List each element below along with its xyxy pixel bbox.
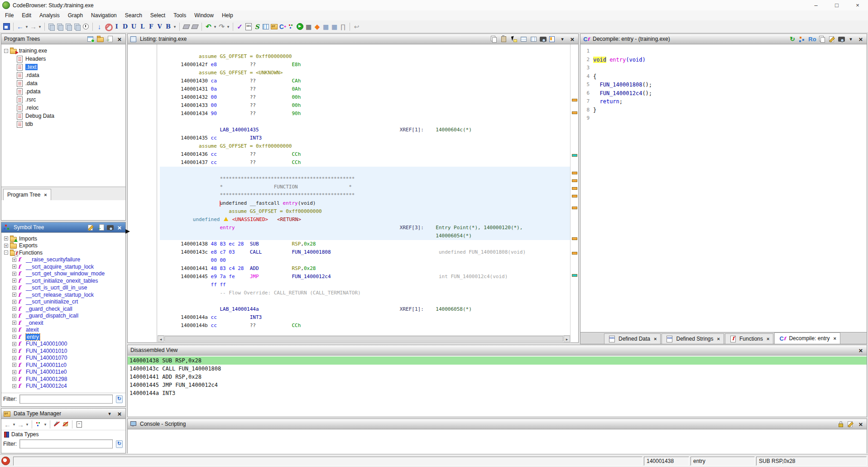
program-tree-tab[interactable]: Program Tree × (3, 189, 51, 200)
edit-icon[interactable] (847, 420, 855, 428)
close-icon[interactable] (115, 224, 124, 231)
tab-functions[interactable]: Functions× (725, 333, 773, 344)
decompile-line[interactable]: 7 return; (580, 97, 867, 106)
font-style-U-button[interactable]: U (130, 23, 138, 31)
listing-line[interactable]: 140001434 90 ?? 90h (160, 110, 570, 118)
decompile-line[interactable]: 9 (580, 114, 867, 123)
undo-icon[interactable]: ↶ (205, 23, 212, 31)
diff-icon[interactable] (520, 35, 528, 43)
function-item[interactable]: +fFUN_1400011e0 (4, 369, 125, 376)
function-item[interactable]: +f__raise_securityfailure (4, 256, 125, 264)
dropdown-icon[interactable]: ▾ (226, 23, 230, 31)
tree-item[interactable]: Debug Data (4, 112, 125, 120)
listing-line[interactable] (160, 44, 570, 53)
caret-icon[interactable]: ▾ (25, 420, 29, 428)
redo-icon[interactable]: ↷ (218, 23, 225, 31)
symbol-folder[interactable]: +Exports (4, 242, 125, 250)
expand-icon[interactable]: + (12, 335, 16, 339)
console-header[interactable]: Console - Scripting (128, 419, 867, 429)
film-icon[interactable]: ▦ (305, 23, 312, 31)
listing-header[interactable]: Listing: training.exe (128, 34, 578, 44)
tree-item[interactable]: .rdata (4, 71, 125, 79)
expand-icon[interactable]: + (12, 279, 16, 283)
function-item[interactable]: +fFUN_140001010 (4, 347, 125, 355)
penslash-icon[interactable] (53, 420, 61, 428)
tree-item[interactable]: tdb (4, 120, 125, 128)
eraser-icon[interactable] (182, 23, 190, 31)
listing-horizontal-scrollbar[interactable]: ◂ ▸ (158, 335, 570, 342)
listing-line[interactable]: undefined <UNASSIGNED> <RETURN> (160, 216, 570, 224)
listing-line[interactable]: ****************************************… (160, 175, 570, 183)
symbol-folder[interactable]: -fFunctions (4, 249, 125, 256)
close-icon[interactable] (115, 35, 124, 43)
function-item[interactable]: +f__scrt_initialize_onexit_tables (4, 277, 125, 284)
listing-line[interactable]: 00 00 (160, 256, 570, 265)
listing-line[interactable]: assume GS_OFFSET = 0xff00000000 (160, 207, 570, 216)
import-icon[interactable] (97, 224, 105, 231)
dropdown-icon[interactable] (558, 35, 566, 43)
function-item[interactable]: +f_guard_check_icall (4, 305, 125, 313)
play-icon[interactable] (296, 23, 304, 31)
menu-analysis[interactable]: Analysis (35, 11, 64, 20)
listing-line[interactable] (160, 118, 570, 126)
function-item[interactable]: +fatexit (4, 327, 125, 334)
listing-line[interactable]: ****************************************… (160, 191, 570, 199)
font-style-V-button[interactable]: V (156, 23, 163, 31)
return-icon[interactable]: ↩ (353, 23, 360, 31)
data-type-manager-header[interactable]: Data Type Manager (1, 409, 125, 419)
handslash-icon[interactable] (62, 420, 69, 428)
overview-mark[interactable] (572, 154, 577, 157)
close-icon[interactable]: × (44, 192, 47, 197)
listing-line[interactable]: -- Flow Override: CALL_RETURN (CALL_TERM… (160, 289, 570, 297)
disasm-line[interactable]: 140001441 ADD RSP,0x28 (128, 373, 867, 381)
cpp-icon[interactable]: C (279, 23, 287, 31)
tree-item[interactable]: .pdata (4, 87, 125, 96)
ro-icon[interactable]: Ro (808, 35, 816, 43)
close-icon[interactable]: × (717, 336, 720, 342)
pages-icon[interactable] (56, 23, 64, 31)
close-icon[interactable] (857, 35, 865, 43)
listing-line[interactable]: 140001431 0a ?? 0Ah (160, 85, 570, 93)
table-icon[interactable]: ▦ (331, 23, 338, 31)
menu-tools[interactable]: Tools (169, 11, 190, 20)
function-item[interactable]: +f__scrt_is_ucrt_dll_in_use (4, 284, 125, 292)
down-icon[interactable]: ↓ (96, 23, 103, 31)
function-item[interactable]: +f__scrt_release_startup_lock (4, 291, 125, 298)
listing-line[interactable]: 14000143c e8 c7 03 CALL FUN_140001808 un… (160, 248, 570, 256)
edit-icon[interactable] (87, 224, 95, 231)
camera-icon[interactable] (540, 37, 547, 42)
tree-item[interactable]: .text (4, 63, 125, 71)
table-icon[interactable]: ▦ (322, 23, 330, 31)
menu-file[interactable]: File (1, 11, 18, 20)
menu-search[interactable]: Search (121, 11, 146, 20)
disasm-line[interactable]: 14000143c CALL FUN_140001808 (128, 365, 867, 373)
listing-line[interactable]: 14000144a cc INT3 (160, 313, 570, 322)
disasm-line[interactable]: 140001445 JMP FUN_1400012c4 (128, 381, 867, 389)
save-icon[interactable] (3, 23, 10, 31)
listing-line[interactable]: 140001445 e9 7a fe JMP FUN_1400012c4 int… (160, 273, 570, 281)
listing-line[interactable]: 140001433 00 ?? 00h (160, 101, 570, 110)
listing-line[interactable]: 140001435 cc INT3 (160, 134, 570, 142)
tab-decompile-entry[interactable]: CDecompile: entry× (774, 332, 840, 344)
maximize-button[interactable]: □ (826, 0, 847, 10)
edit-icon[interactable] (828, 35, 836, 43)
back-sm-icon[interactable]: ← (4, 420, 11, 428)
scrollbar-thumb[interactable] (164, 336, 563, 342)
decompile-line[interactable]: 4{ (580, 72, 867, 81)
lock-icon[interactable] (837, 420, 845, 428)
function-item[interactable]: +fFUN_140001070 (4, 355, 125, 362)
tree-root[interactable]: -training.exe (4, 47, 125, 55)
listing-line[interactable]: LAB_14000144a XREF[1]: 140006058(*) (160, 305, 570, 313)
function-item[interactable]: +f__scrt_uninitialize_crt (4, 298, 125, 306)
menu-select[interactable]: Select (146, 11, 169, 20)
pages-icon[interactable] (73, 23, 81, 31)
function-item[interactable]: +f__scrt_get_show_window_mode (4, 270, 125, 278)
listing-line[interactable]: 140001437 cc ?? CCh (160, 159, 570, 167)
paste-icon[interactable] (500, 35, 508, 43)
program-trees-header[interactable]: Program Trees (1, 34, 125, 44)
expand-icon[interactable]: + (12, 265, 16, 269)
expand-icon[interactable]: + (4, 236, 8, 241)
expand-icon[interactable]: + (12, 342, 16, 346)
tree-item[interactable]: Headers (4, 55, 125, 63)
console-output[interactable] (128, 429, 867, 453)
